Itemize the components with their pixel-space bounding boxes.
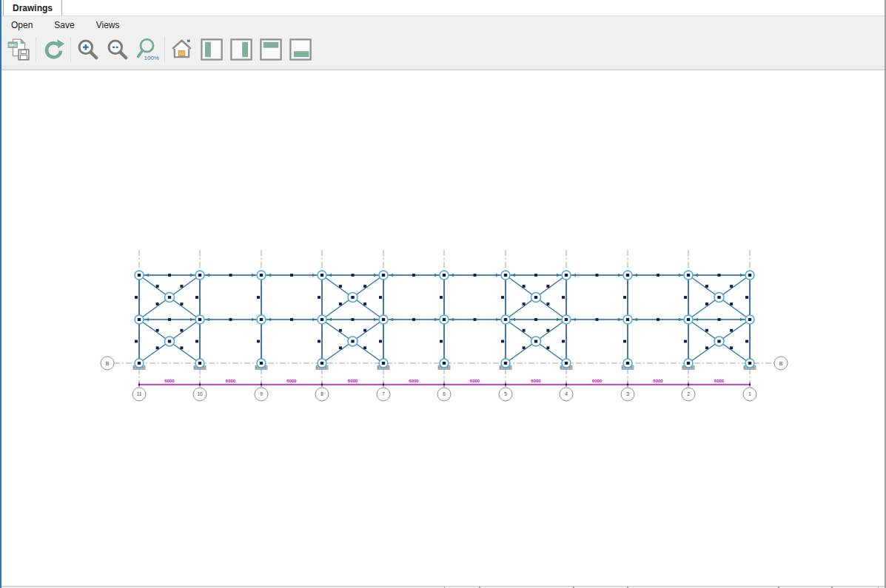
node-number xyxy=(382,318,385,321)
member-label xyxy=(379,296,382,299)
dimension-value: 6000 xyxy=(286,379,297,383)
member-end-arrow xyxy=(511,318,515,322)
dimension-node xyxy=(321,384,323,385)
member-end-arrow xyxy=(450,274,454,277)
member-label xyxy=(318,296,320,299)
view-right-button[interactable] xyxy=(226,35,256,64)
zoom-out-icon xyxy=(106,38,130,61)
member-end-arrow xyxy=(312,318,316,322)
member-label xyxy=(195,340,198,343)
view-bottom-icon xyxy=(288,37,313,62)
member-label xyxy=(534,318,537,321)
node-number xyxy=(443,362,446,365)
node-number xyxy=(687,362,690,365)
menu-open[interactable]: Open xyxy=(7,18,36,33)
grid-bubble-label: 1 xyxy=(748,391,751,396)
save-image-button[interactable]: IMG xyxy=(4,35,33,64)
member-label xyxy=(168,318,171,321)
dimension-node xyxy=(566,384,567,385)
node-number xyxy=(504,318,507,321)
member-label xyxy=(623,296,626,299)
node-number xyxy=(443,318,446,321)
tab-strip: Drawings xyxy=(1,0,885,16)
member-label xyxy=(363,285,366,288)
member-label xyxy=(229,274,232,277)
node-number xyxy=(382,274,385,277)
tab-drawings[interactable]: Drawings xyxy=(3,0,62,16)
member-end-arrow xyxy=(434,318,438,322)
member-label xyxy=(730,329,733,332)
member-label xyxy=(501,340,504,343)
member-end-arrow xyxy=(679,274,682,277)
member-end-arrow xyxy=(389,318,393,322)
node-number xyxy=(138,274,141,277)
zoom-out-button[interactable] xyxy=(103,35,132,64)
dimension-node xyxy=(505,384,506,385)
member-label xyxy=(135,340,138,343)
grid-bubble-label: 5 xyxy=(504,391,507,396)
member-end-arrow xyxy=(572,274,576,277)
node-number xyxy=(138,318,141,321)
home-view-button[interactable] xyxy=(167,35,197,64)
member-end-arrow xyxy=(618,274,622,277)
node-number xyxy=(320,362,323,365)
grid-bubble-label: 10 xyxy=(197,391,203,396)
view-top-button[interactable] xyxy=(256,35,286,64)
dimension-node xyxy=(138,384,140,385)
zoom-100-button[interactable]: 100% xyxy=(132,35,162,64)
toolbar-canvas-divider xyxy=(1,65,885,70)
view-bottom-button[interactable] xyxy=(286,35,315,64)
zoom-in-button[interactable] xyxy=(73,35,103,64)
grid-bubble-label: 9 xyxy=(260,391,263,396)
structural-drawing: 6000600060006000600060006000600060006000… xyxy=(1,70,885,586)
node-number xyxy=(748,362,751,365)
node-number xyxy=(138,362,141,365)
member-end-arrow xyxy=(496,274,500,277)
dimension-value: 6000 xyxy=(226,379,236,383)
dimension-value: 6000 xyxy=(653,379,663,383)
view-left-button[interactable] xyxy=(197,35,226,64)
view-left-icon xyxy=(199,37,224,62)
member-end-arrow xyxy=(740,274,744,277)
node-number xyxy=(351,340,354,343)
node-number xyxy=(443,274,446,277)
member-label xyxy=(718,318,721,321)
node-number xyxy=(534,340,537,343)
member-end-arrow xyxy=(206,274,209,277)
member-end-arrow xyxy=(389,274,393,277)
zoom-in-icon xyxy=(76,38,100,61)
member-label xyxy=(363,329,366,332)
member-label xyxy=(730,285,733,288)
member-label xyxy=(562,296,565,299)
node-number xyxy=(565,318,568,321)
member-label xyxy=(440,340,443,343)
member-end-arrow xyxy=(145,274,149,277)
member-label xyxy=(523,285,526,288)
member-label xyxy=(745,340,748,343)
member-label xyxy=(412,318,415,321)
node-number xyxy=(320,274,323,277)
drawings-window: Drawings Open Save Views IMG xyxy=(0,0,886,588)
node-number xyxy=(168,340,171,343)
member-end-arrow xyxy=(634,274,637,277)
member-label xyxy=(156,285,159,288)
member-end-arrow xyxy=(450,318,454,322)
menu-views[interactable]: Views xyxy=(93,18,124,33)
member-label xyxy=(339,285,342,288)
node-number xyxy=(351,296,354,299)
member-label xyxy=(501,296,504,299)
dimension-value: 6000 xyxy=(470,379,480,383)
member-label xyxy=(523,329,526,332)
member-end-arrow xyxy=(694,318,698,322)
member-end-arrow xyxy=(557,274,560,277)
member-end-arrow xyxy=(206,318,209,322)
member-label xyxy=(290,318,293,321)
view-top-icon xyxy=(258,37,283,62)
drawing-canvas[interactable]: 6000600060006000600060006000600060006000… xyxy=(1,70,885,586)
menu-save[interactable]: Save xyxy=(50,18,78,33)
node-number xyxy=(687,318,690,321)
member-end-arrow xyxy=(328,274,332,277)
refresh-button[interactable] xyxy=(38,35,68,64)
member-label xyxy=(546,329,549,332)
member-end-arrow xyxy=(374,318,377,322)
